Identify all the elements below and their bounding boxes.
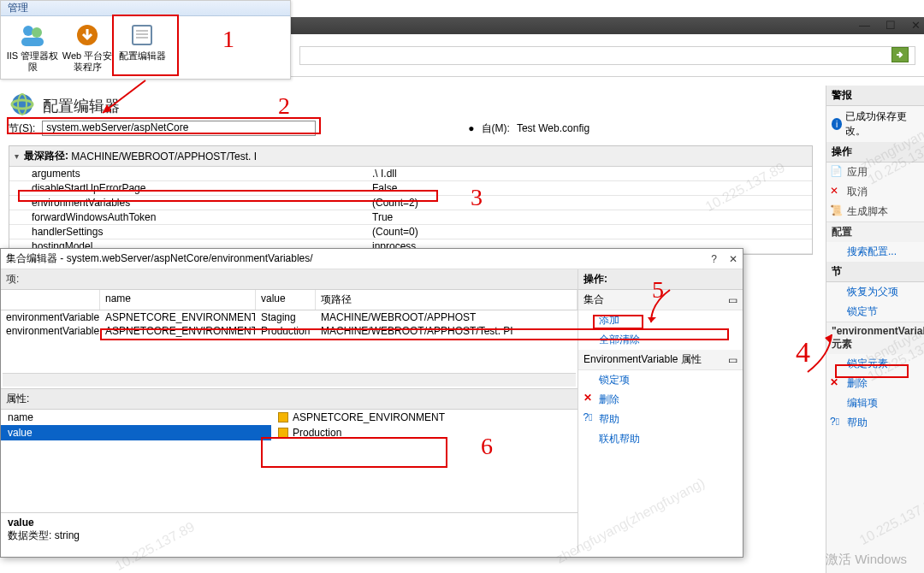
action-help-sidebar[interactable]: ?⃝帮助 [826,413,924,433]
action-lock-section[interactable]: 锁定节 [826,302,924,322]
element-header: "environmentVariable" 元素 [826,322,924,354]
windows-activation-text: 激活 Windows [826,552,907,568]
action-apply[interactable]: 📄应用 [826,162,924,182]
maximize-icon[interactable]: ☐ [886,19,896,32]
action-clear-all[interactable]: 全部清除 [578,330,743,350]
col-name[interactable]: name [100,290,256,310]
collapse-icon[interactable]: ▭ [728,294,737,306]
action-help[interactable]: ?⃝帮助 [578,410,743,429]
header-path: MACHINE/WEBROOT/APPHOST/Test. I [71,151,257,162]
items-table: name value 项路径 environmentVariable ASPNE… [1,290,578,371]
modified-badge-icon [278,412,288,422]
download-icon [74,21,101,49]
chevron-down-icon: ▾ [15,151,19,161]
minimize-icon[interactable]: — [859,19,870,32]
prop-row-environment-variables[interactable]: environmentVariables(Count=2) [9,196,812,210]
prop-row[interactable]: handlerSettings(Count=0) [9,225,812,239]
prop-row[interactable]: forwardWindowsAuthTokenTrue [9,210,812,225]
prop-row[interactable]: arguments.\ I.dll [9,167,812,181]
dialog-title-bar: 集合编辑器 - system.webServer/aspNetCore/envi… [1,249,743,269]
help-icon[interactable]: ? [711,253,717,265]
action-delete-element[interactable]: ✕删除 [826,374,924,393]
alert-message: i 已成功保存更改。 [826,106,924,142]
horizontal-scrollbar[interactable] [3,373,576,387]
help-icon: ?⃝ [582,411,594,423]
action-delete[interactable]: ✕删除 [578,390,743,410]
address-input[interactable] [299,46,915,65]
grid-header[interactable]: ▾ 最深路径: MACHINE/WEBROOT/APPHOST/Test. I [9,146,812,167]
prop-name-row[interactable]: name ASPNETCORE_ENVIRONMENT [1,410,578,425]
window-controls: — ☐ ✕ [859,19,921,32]
action-add[interactable]: 添加 [578,310,743,330]
go-button[interactable] [891,47,909,62]
dialog-left-pane: 项: name value 项路径 environmentVariable AS… [1,269,578,553]
x-icon: ✕ [830,376,842,388]
config-icon [128,21,156,49]
modified-badge-icon [278,428,288,438]
bullet-icon: ● [468,122,474,134]
properties-pane: name ASPNETCORE_ENVIRONMENT value Produc… [1,410,578,512]
script-icon: 📜 [830,204,842,216]
from-dropdown[interactable]: Test Web.config [517,122,589,134]
ribbon-label: Web 平台安装程序 [61,50,114,73]
section-label: 节(S): [5,121,35,136]
description-pane: value 数据类型: string [1,512,578,553]
x-icon: ✕ [582,392,594,404]
svg-point-8 [12,94,33,115]
ribbon: 管理 IIS 管理器权限 Web 平台安装程序 配置编辑器 [0,0,291,80]
ribbon-item-iis-permissions[interactable]: IIS 管理器权限 [6,20,59,76]
table-row[interactable]: environmentVariable ASPNETCORE_ENVIRONME… [1,310,578,324]
svg-rect-2 [21,38,44,46]
title-bar [291,17,924,34]
ribbon-item-config-editor[interactable]: 配置编辑器 [116,20,169,76]
collapse-icon[interactable]: ▭ [728,354,737,366]
action-search-config[interactable]: 搜索配置... [826,242,924,262]
x-icon: ✕ [830,185,842,197]
svg-point-1 [32,27,42,38]
users-icon [19,21,46,49]
help-icon: ?⃝ [830,416,842,428]
dialog-title: 集合编辑器 - system.webServer/aspNetCore/envi… [6,251,313,266]
alerts-header: 警报 [826,86,924,106]
desc-body: 数据类型: string [8,529,571,543]
address-bar [291,34,924,77]
annotation-number: 4 [796,336,810,369]
prop-row[interactable]: disableStartUpErrorPageFalse [9,181,812,196]
dialog-actions-pane: 操作: 集合▭ 添加 全部清除 EnvironmentVariable 属性▭ … [578,269,743,553]
close-icon[interactable]: ✕ [729,253,737,265]
action-revert-parent[interactable]: 恢复为父项 [826,282,924,302]
ribbon-label: 配置编辑器 [116,50,169,62]
items-header: 项: [1,269,578,290]
apply-icon: 📄 [830,165,842,177]
svg-point-0 [23,26,33,36]
col-value[interactable]: value [256,290,316,310]
ribbon-label: IIS 管理器权限 [6,50,59,73]
action-lock-element[interactable]: 锁定元素 [826,354,924,374]
ribbon-tab[interactable]: 管理 [1,1,290,16]
action-generate-script[interactable]: 📜生成脚本 [826,202,924,222]
actions-header: 操作 [826,142,924,162]
col-path[interactable]: 项路径 [316,290,578,310]
annotation-number: 2 [278,92,290,120]
actions-header: 操作: [578,269,743,290]
action-lock-item[interactable]: 锁定项 [578,370,743,390]
section-dropdown[interactable]: system.webServer/aspNetCore [42,121,316,136]
svg-rect-4 [133,26,151,44]
property-grid: ▾ 最深路径: MACHINE/WEBROOT/APPHOST/Test. I … [9,145,813,255]
info-icon: i [832,118,842,130]
ribbon-item-web-platform[interactable]: Web 平台安装程序 [61,20,114,76]
config-header: 配置 [826,222,924,242]
close-icon[interactable]: ✕ [911,19,921,32]
globe-icon [10,92,34,116]
prop-value-row[interactable]: value Production [1,425,578,440]
action-online-help[interactable]: 联机帮助 [578,429,743,449]
desc-title: value [8,517,571,529]
ev-props-header: EnvironmentVariable 属性▭ [578,350,743,370]
header-prefix: 最深路径: [24,149,68,163]
right-sidebar: 警报 i 已成功保存更改。 操作 📄应用 ✕取消 📜生成脚本 配置 搜索配置..… [826,86,924,573]
table-row-selected[interactable]: environmentVariable ASPNETCORE_ENVIRONME… [1,324,578,338]
action-edit-item[interactable]: 编辑项 [826,393,924,413]
page-title: 配置编辑器 [43,96,120,116]
action-cancel[interactable]: ✕取消 [826,182,924,202]
from-label: 自(M): [482,121,510,136]
